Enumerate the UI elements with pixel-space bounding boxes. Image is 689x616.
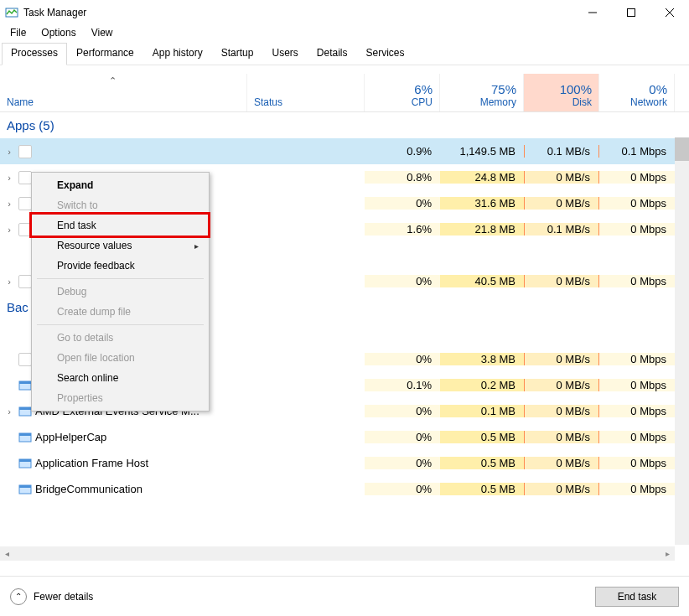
chevron-right-icon[interactable]: › bbox=[3, 225, 15, 235]
tab-startup[interactable]: Startup bbox=[212, 43, 263, 65]
col-disk[interactable]: 100%Disk bbox=[524, 74, 599, 111]
fewer-details-button[interactable]: ⌃ Fewer details bbox=[10, 588, 93, 605]
scroll-left-icon[interactable]: ◂ bbox=[0, 549, 14, 558]
mem-cell: 1,149.5 MB bbox=[440, 145, 524, 158]
process-row[interactable]: Application Frame Host 0%0.5 MB0 MB/s0 M… bbox=[0, 450, 689, 476]
tab-app-history[interactable]: App history bbox=[143, 43, 212, 65]
ctx-go-to-details: Go to details bbox=[34, 328, 207, 348]
svg-rect-12 bbox=[19, 459, 31, 462]
ctx-expand[interactable]: Expand bbox=[34, 175, 207, 195]
tab-processes[interactable]: Processes bbox=[2, 43, 67, 65]
service-icon bbox=[18, 457, 32, 470]
window-title: Task Manager bbox=[23, 7, 573, 18]
close-button[interactable] bbox=[650, 0, 689, 25]
process-icon bbox=[18, 171, 32, 184]
col-status[interactable]: Status bbox=[247, 74, 365, 111]
process-icon bbox=[18, 197, 32, 210]
process-name: AppHelperCap bbox=[35, 431, 106, 443]
chevron-right-icon[interactable]: › bbox=[3, 199, 15, 209]
ctx-properties: Properties bbox=[34, 388, 207, 408]
svg-rect-8 bbox=[19, 407, 31, 410]
menu-file[interactable]: File bbox=[3, 25, 33, 40]
svg-rect-10 bbox=[19, 433, 31, 436]
svg-rect-14 bbox=[19, 485, 31, 488]
process-name: Application Frame Host bbox=[35, 457, 148, 469]
ctx-switch-to: Switch to bbox=[34, 195, 207, 215]
process-icon bbox=[18, 353, 32, 366]
ctx-open-location: Open file location bbox=[34, 348, 207, 368]
service-icon bbox=[18, 405, 32, 418]
col-memory[interactable]: 75%Memory bbox=[440, 74, 524, 111]
tab-users[interactable]: Users bbox=[262, 43, 307, 65]
service-icon bbox=[18, 379, 32, 392]
svg-rect-2 bbox=[628, 9, 635, 17]
col-network[interactable]: 0%Network bbox=[599, 74, 675, 111]
cpu-cell: 0.9% bbox=[365, 145, 440, 158]
process-icon bbox=[18, 223, 32, 236]
chevron-right-icon[interactable]: › bbox=[3, 277, 15, 287]
service-icon bbox=[18, 483, 32, 496]
minimize-button[interactable] bbox=[573, 0, 612, 25]
ctx-end-task[interactable]: End task bbox=[34, 215, 207, 236]
titlebar: Task Manager bbox=[0, 0, 689, 25]
service-icon bbox=[18, 431, 32, 444]
menu-options[interactable]: Options bbox=[34, 25, 82, 40]
disk-cell: 0.1 MB/s bbox=[524, 145, 599, 158]
col-cpu[interactable]: 6%CPU bbox=[365, 74, 440, 111]
footer: ⌃ Fewer details End task bbox=[0, 576, 689, 616]
context-menu: Expand Switch to End task Resource value… bbox=[31, 172, 210, 412]
process-row[interactable]: AppHelperCap 0%0.5 MB0 MB/s0 Mbps bbox=[0, 424, 689, 450]
menu-view[interactable]: View bbox=[85, 25, 120, 40]
separator bbox=[37, 324, 204, 325]
tab-services[interactable]: Services bbox=[357, 43, 414, 65]
tab-details[interactable]: Details bbox=[308, 43, 357, 65]
section-apps[interactable]: Apps (5) bbox=[0, 112, 689, 138]
ctx-search-online[interactable]: Search online bbox=[34, 368, 207, 388]
sort-caret-icon: ⌃ bbox=[109, 75, 117, 86]
end-task-button[interactable]: End task bbox=[595, 587, 679, 607]
process-icon bbox=[18, 275, 32, 288]
horizontal-scrollbar[interactable]: ◂▸ bbox=[0, 546, 675, 561]
separator bbox=[37, 278, 204, 279]
vertical-scrollbar[interactable] bbox=[675, 137, 689, 545]
col-name[interactable]: Name bbox=[0, 74, 247, 111]
chevron-right-icon[interactable]: › bbox=[3, 173, 15, 183]
chevron-right-icon[interactable]: › bbox=[3, 406, 15, 417]
process-row[interactable]: › 0.9% 1,149.5 MB 0.1 MB/s 0.1 Mbps bbox=[0, 138, 689, 164]
fewer-details-label: Fewer details bbox=[34, 591, 93, 603]
ctx-resource-values[interactable]: Resource values▸ bbox=[34, 236, 207, 256]
process-name: BridgeCommunication bbox=[35, 483, 142, 495]
net-cell: 0.1 Mbps bbox=[599, 145, 675, 158]
tab-performance[interactable]: Performance bbox=[67, 43, 143, 65]
process-icon bbox=[18, 145, 32, 158]
chevron-right-icon[interactable]: › bbox=[3, 147, 15, 157]
maximize-button[interactable] bbox=[612, 0, 650, 25]
ctx-debug: Debug bbox=[34, 282, 207, 302]
column-headers: Name Status 6%CPU 75%Memory 100%Disk 0%N… bbox=[0, 74, 689, 112]
process-row[interactable]: BridgeCommunication 0%0.5 MB0 MB/s0 Mbps bbox=[0, 476, 689, 502]
scroll-right-icon[interactable]: ▸ bbox=[661, 549, 675, 558]
chevron-up-icon: ⌃ bbox=[10, 588, 27, 605]
app-icon bbox=[5, 6, 18, 19]
tabstrip: Processes Performance App history Startu… bbox=[0, 42, 689, 65]
section-label: Apps (5) bbox=[7, 118, 54, 132]
chevron-right-icon: ▸ bbox=[194, 241, 199, 251]
scrollbar-thumb[interactable] bbox=[675, 137, 689, 161]
svg-rect-6 bbox=[19, 381, 31, 384]
section-label: Bac bbox=[7, 300, 28, 314]
ctx-feedback[interactable]: Provide feedback bbox=[34, 256, 207, 276]
menubar: File Options View bbox=[0, 25, 689, 42]
ctx-create-dump: Create dump file bbox=[34, 302, 207, 322]
